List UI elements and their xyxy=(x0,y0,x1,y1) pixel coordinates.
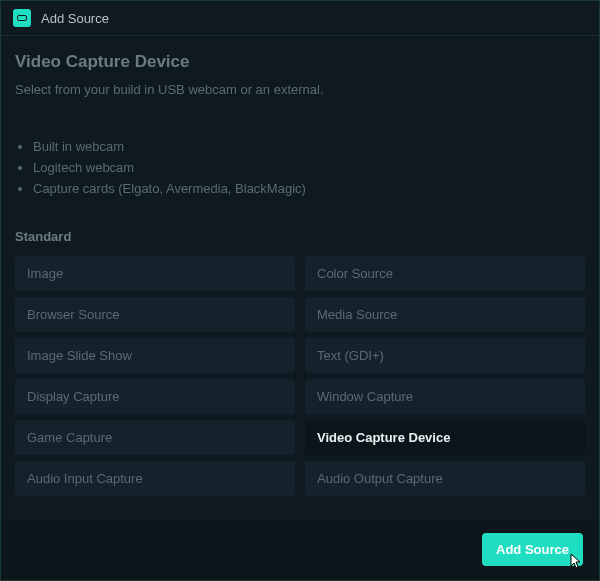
source-examples-list: Built in webcam Logitech webcam Capture … xyxy=(15,137,585,199)
dialog-content: Video Capture Device Select from your bu… xyxy=(1,36,599,519)
source-item-window-capture[interactable]: Window Capture xyxy=(305,379,585,414)
source-description: Select from your build in USB webcam or … xyxy=(15,82,585,97)
add-source-button[interactable]: Add Source xyxy=(482,533,583,566)
source-item-audio-output-capture[interactable]: Audio Output Capture xyxy=(305,461,585,496)
source-item-video-capture-device[interactable]: Video Capture Device xyxy=(305,420,585,455)
source-item-image[interactable]: Image xyxy=(15,256,295,291)
source-item-color-source[interactable]: Color Source xyxy=(305,256,585,291)
source-heading: Video Capture Device xyxy=(15,52,585,72)
section-label: Standard xyxy=(15,229,585,244)
source-grid: Image Color Source Browser Source Media … xyxy=(15,256,585,496)
list-item: Capture cards (Elgato, Avermedia, BlackM… xyxy=(33,179,585,200)
source-item-display-capture[interactable]: Display Capture xyxy=(15,379,295,414)
list-item: Logitech webcam xyxy=(33,158,585,179)
source-item-game-capture[interactable]: Game Capture xyxy=(15,420,295,455)
source-item-image-slide-show[interactable]: Image Slide Show xyxy=(15,338,295,373)
source-item-text-gdi[interactable]: Text (GDI+) xyxy=(305,338,585,373)
add-source-dialog: Add Source Video Capture Device Select f… xyxy=(0,0,600,581)
source-item-media-source[interactable]: Media Source xyxy=(305,297,585,332)
source-item-browser-source[interactable]: Browser Source xyxy=(15,297,295,332)
dialog-footer: Add Source xyxy=(1,519,599,580)
app-icon xyxy=(13,9,31,27)
source-item-audio-input-capture[interactable]: Audio Input Capture xyxy=(15,461,295,496)
list-item: Built in webcam xyxy=(33,137,585,158)
titlebar: Add Source xyxy=(1,1,599,36)
dialog-title: Add Source xyxy=(41,11,109,26)
